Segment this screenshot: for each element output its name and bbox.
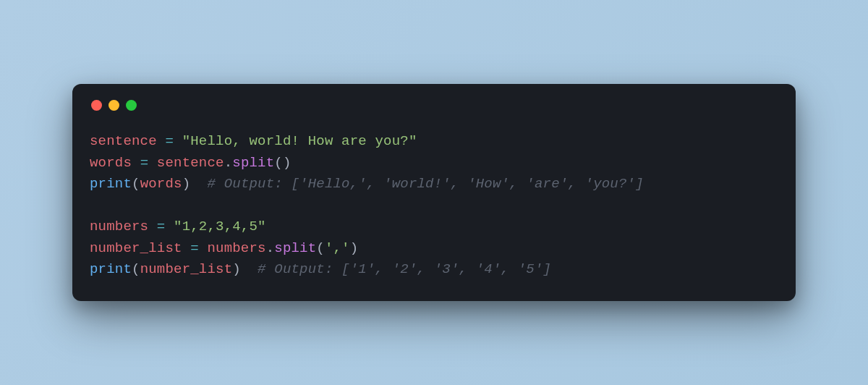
token-variable: number_list <box>140 261 233 277</box>
minimize-icon[interactable] <box>109 100 119 111</box>
token-method: split <box>274 240 316 256</box>
token-punct: ) <box>350 240 359 256</box>
token-punct: . <box>266 240 275 256</box>
token-operator: = <box>140 155 149 171</box>
code-line-6: number_list = numbers.split(',') <box>90 240 358 256</box>
code-block: sentence = "Hello, world! How are you?" … <box>90 131 778 280</box>
code-line-5: numbers = "1,2,3,4,5" <box>90 219 266 234</box>
token-function: print <box>90 176 132 192</box>
code-line-2: words = sentence.split() <box>90 155 292 171</box>
code-line-7: print(number_list) # Output: ['1', '2', … <box>90 261 551 277</box>
close-icon[interactable] <box>91 100 102 111</box>
token-punct: ) <box>182 176 191 192</box>
maximize-icon[interactable] <box>126 100 137 111</box>
token-string: ',' <box>325 240 350 256</box>
token-method: split <box>232 155 274 171</box>
token-variable: words <box>90 155 132 171</box>
code-line-3: print(words) # Output: ['Hello,', 'world… <box>90 176 644 192</box>
token-variable: words <box>140 176 182 192</box>
token-punct: ( <box>132 176 140 192</box>
token-variable: sentence <box>90 133 157 149</box>
token-variable: numbers <box>90 219 148 234</box>
token-operator: = <box>165 133 174 149</box>
token-variable: sentence <box>157 155 224 171</box>
token-punct: . <box>224 155 233 171</box>
token-operator: = <box>190 240 199 256</box>
token-operator: = <box>157 219 166 234</box>
token-variable: number_list <box>90 240 182 256</box>
token-punct: () <box>274 155 291 171</box>
token-punct: ( <box>316 240 325 256</box>
token-string: "1,2,3,4,5" <box>174 219 266 234</box>
code-line-1: sentence = "Hello, world! How are you?" <box>90 133 417 149</box>
window-controls <box>91 100 778 111</box>
token-string: "Hello, world! How are you?" <box>182 133 417 149</box>
token-punct: ) <box>232 261 241 277</box>
token-comment: # Output: ['1', '2', '3', '4', '5'] <box>258 261 551 277</box>
code-window: sentence = "Hello, world! How are you?" … <box>72 84 796 300</box>
token-punct: ( <box>132 261 140 277</box>
token-comment: # Output: ['Hello,', 'world!', 'How', 'a… <box>207 176 643 192</box>
token-function: print <box>90 261 132 277</box>
token-variable: numbers <box>207 240 265 256</box>
